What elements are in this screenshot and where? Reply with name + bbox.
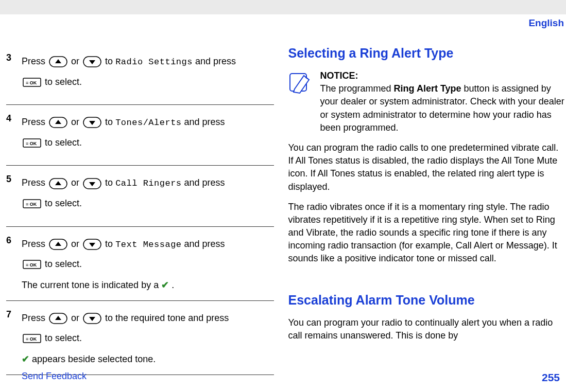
text: to select. (45, 77, 82, 87)
notice-icon (288, 69, 313, 134)
svg-marker-21 (89, 243, 95, 247)
menu-target: Tones/Alerts (115, 118, 181, 128)
step-number: 3 (6, 51, 22, 96)
svg-marker-7 (55, 120, 61, 124)
bold-text: Ring Alert Type (394, 83, 461, 94)
section-heading-escalating: Escalating Alarm Tone Volume (288, 291, 565, 309)
text: or (71, 117, 79, 127)
text: The programmed (320, 83, 394, 94)
text: to (105, 177, 113, 188)
notice-block: NOTICE: The programmed Ring Alert Type b… (288, 69, 565, 134)
language-label: English (528, 16, 564, 30)
svg-text:≡ OK: ≡ OK (26, 202, 37, 207)
step-body: Press or to Text Message and press ≡ OK … (22, 234, 274, 292)
svg-marker-15 (89, 182, 95, 186)
ok-button-icon: ≡ OK (23, 199, 41, 208)
footer: Send Feedback 255 (0, 370, 566, 385)
left-column: 3 Press or to Radio Settings and press ≡… (6, 44, 274, 375)
svg-text:≡ OK: ≡ OK (26, 141, 37, 146)
down-button-icon (83, 56, 101, 67)
step-7: 7 Press or to the required tone and pres… (6, 301, 274, 375)
text: Press (22, 239, 45, 249)
text: Press (22, 177, 45, 188)
up-button-icon (49, 178, 67, 189)
checkmark-icon: ✔ (22, 353, 29, 366)
svg-marker-19 (55, 242, 61, 246)
content-area: 3 Press or to Radio Settings and press ≡… (0, 14, 566, 375)
svg-marker-3 (89, 60, 95, 64)
step-body: Press or to Call Ringers and press ≡ OK … (22, 173, 274, 218)
right-column: Selecting a Ring Alert Type NOTICE: The … (288, 44, 565, 375)
step-4: 4 Press or to Tones/Alerts and press ≡ O… (6, 105, 274, 166)
text: to (105, 56, 113, 66)
up-button-icon (49, 117, 67, 128)
text: to (105, 117, 113, 127)
svg-text:≡ OK: ≡ OK (26, 262, 37, 268)
ok-button-icon: ≡ OK (23, 260, 41, 269)
svg-text:≡ OK: ≡ OK (26, 80, 37, 85)
paragraph: You can program the radio calls to one p… (288, 141, 565, 193)
ok-button-icon: ≡ OK (23, 78, 41, 87)
up-button-icon (49, 313, 67, 324)
up-button-icon (49, 239, 67, 250)
text: and press (184, 117, 225, 127)
step-number: 7 (6, 308, 22, 366)
ok-button-icon: ≡ OK (23, 138, 41, 148)
text: to select. (45, 137, 82, 148)
text: Press (22, 56, 45, 66)
down-button-icon (83, 117, 101, 128)
send-feedback-link[interactable]: Send Feedback (22, 370, 87, 385)
down-button-icon (83, 239, 101, 250)
svg-marker-1 (55, 59, 61, 63)
step-number: 5 (6, 173, 22, 218)
step-6: 6 Press or to Text Message and press ≡ O… (6, 227, 274, 301)
notice-body: NOTICE: The programmed Ring Alert Type b… (320, 69, 565, 134)
text: and press (184, 177, 225, 188)
page-number: 255 (542, 370, 560, 385)
up-button-icon (49, 56, 67, 67)
step-number: 4 (6, 112, 22, 157)
down-button-icon (83, 313, 101, 324)
text: or (71, 56, 79, 66)
text: and press (195, 56, 236, 66)
text: to the required tone and press (105, 313, 229, 323)
menu-target: Text Message (115, 240, 181, 250)
menu-target: Call Ringers (115, 179, 181, 188)
step-body: Press or to Tones/Alerts and press ≡ OK … (22, 112, 274, 157)
header-bar (0, 0, 566, 14)
text: to select. (45, 259, 82, 269)
text: Press (22, 117, 45, 127)
down-button-icon (83, 178, 101, 189)
section-heading-ring-alert: Selecting a Ring Alert Type (288, 44, 565, 62)
text: . (171, 280, 174, 290)
svg-marker-25 (55, 316, 61, 320)
svg-text:≡ OK: ≡ OK (26, 336, 37, 342)
step-3: 3 Press or to Radio Settings and press ≡… (6, 44, 274, 105)
svg-marker-27 (89, 317, 95, 321)
paragraph: You can program your radio to continuall… (288, 316, 565, 342)
step-body: Press or to the required tone and press … (22, 308, 274, 366)
text: appears beside selected tone. (32, 354, 156, 364)
menu-target: Radio Settings (115, 57, 193, 67)
notice-label: NOTICE: (320, 70, 358, 81)
text: or (71, 239, 79, 249)
paragraph: The radio vibrates once if it is a momen… (288, 201, 565, 265)
text: The current tone is indicated by a (22, 280, 159, 290)
svg-marker-9 (89, 121, 95, 125)
text: to select. (45, 198, 82, 208)
step-5: 5 Press or to Call Ringers and press ≡ O… (6, 166, 274, 226)
text: or (71, 177, 79, 188)
checkmark-icon: ✔ (161, 279, 169, 292)
text: to select. (45, 333, 82, 343)
text: to (105, 239, 113, 249)
svg-marker-13 (55, 181, 61, 185)
text: or (71, 313, 79, 323)
step-body: Press or to Radio Settings and press ≡ O… (22, 51, 274, 96)
ok-button-icon: ≡ OK (23, 334, 41, 343)
text: and press (184, 239, 225, 249)
text: Press (22, 313, 45, 323)
step-number: 6 (6, 234, 22, 292)
